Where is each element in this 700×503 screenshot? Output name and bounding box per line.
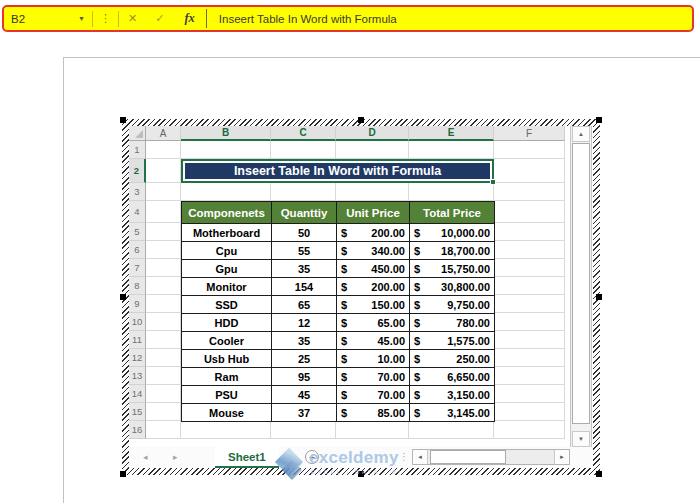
- component-cell[interactable]: Ram: [182, 368, 272, 386]
- resize-handle-bottom-left[interactable]: [120, 471, 126, 477]
- row-header-13[interactable]: 13: [129, 367, 146, 385]
- unit-price-cell[interactable]: $65.00: [337, 314, 410, 332]
- cell-F10[interactable]: [494, 313, 565, 331]
- column-header-E[interactable]: E: [409, 126, 494, 141]
- formula-input[interactable]: Inseert Table In Word with Formula: [219, 13, 397, 25]
- quantity-cell[interactable]: 35: [272, 260, 337, 278]
- unit-price-cell[interactable]: $200.00: [337, 224, 410, 242]
- cell-A2[interactable]: [146, 159, 181, 183]
- unit-price-cell[interactable]: $450.00: [337, 260, 410, 278]
- total-price-cell[interactable]: $250.00: [410, 350, 495, 368]
- component-cell[interactable]: Cooler: [182, 332, 272, 350]
- quantity-cell[interactable]: 50: [272, 224, 337, 242]
- chevron-down-icon[interactable]: ▼: [78, 15, 85, 22]
- cell-F8[interactable]: [494, 277, 565, 295]
- cell-F9[interactable]: [494, 295, 565, 313]
- quantity-cell[interactable]: 154: [272, 278, 337, 296]
- row-header-4[interactable]: 4: [129, 201, 146, 223]
- quantity-cell[interactable]: 25: [272, 350, 337, 368]
- column-header-C[interactable]: C: [271, 126, 336, 141]
- cell-A11[interactable]: [146, 331, 181, 349]
- cell-E1[interactable]: [409, 141, 494, 159]
- vertical-scroll-thumb[interactable]: [572, 143, 590, 424]
- enter-icon[interactable]: ✓: [155, 12, 164, 25]
- scroll-up-button[interactable]: ▲: [572, 126, 590, 142]
- row-header-8[interactable]: 8: [129, 277, 146, 295]
- new-sheet-button[interactable]: +: [305, 450, 319, 464]
- quantity-cell[interactable]: 65: [272, 296, 337, 314]
- total-price-cell[interactable]: $3,150.00: [410, 386, 495, 404]
- cell-F14[interactable]: [494, 385, 565, 403]
- column-header-F[interactable]: F: [494, 126, 565, 141]
- cell-A14[interactable]: [146, 385, 181, 403]
- row-header-16[interactable]: 16: [129, 421, 146, 439]
- total-price-cell[interactable]: $1,575.00: [410, 332, 495, 350]
- cell-A4[interactable]: [146, 201, 181, 223]
- column-header-A[interactable]: A: [146, 126, 181, 141]
- cell-F6[interactable]: [494, 241, 565, 259]
- horizontal-scroll-thumb[interactable]: [430, 450, 506, 464]
- insert-function-icon[interactable]: fx: [184, 11, 194, 26]
- unit-price-cell[interactable]: $45.00: [337, 332, 410, 350]
- total-price-cell[interactable]: $10,000.00: [410, 224, 495, 242]
- quantity-cell[interactable]: 12: [272, 314, 337, 332]
- scroll-left-button[interactable]: ◄: [413, 450, 428, 464]
- cell-F11[interactable]: [494, 331, 565, 349]
- resize-handle-bottom-right[interactable]: [596, 471, 602, 477]
- cell-C3[interactable]: [271, 183, 336, 201]
- merged-title-cell[interactable]: Inseert Table In Word with Formula: [181, 159, 494, 183]
- component-cell[interactable]: Motherboard: [182, 224, 272, 242]
- resize-handle-top-left[interactable]: [120, 117, 126, 123]
- resize-handle-middle-right[interactable]: [596, 294, 602, 300]
- row-header-7[interactable]: 7: [129, 259, 146, 277]
- cell-D3[interactable]: [336, 183, 409, 201]
- row-header-5[interactable]: 5: [129, 223, 146, 241]
- unit-price-cell[interactable]: $10.00: [337, 350, 410, 368]
- cell-A13[interactable]: [146, 367, 181, 385]
- total-price-cell[interactable]: $6,650.00: [410, 368, 495, 386]
- component-cell[interactable]: Usb Hub: [182, 350, 272, 368]
- cell-F2[interactable]: [494, 159, 565, 183]
- tab-scroll-right-icon[interactable]: ▸: [173, 452, 178, 462]
- cell-A3[interactable]: [146, 183, 181, 201]
- resize-handle-top-right[interactable]: [596, 117, 602, 123]
- row-header-1[interactable]: 1: [129, 141, 146, 159]
- horizontal-scrollbar[interactable]: ◄ ►: [412, 449, 570, 465]
- name-box[interactable]: B2 ▼: [4, 7, 92, 30]
- quantity-cell[interactable]: 95: [272, 368, 337, 386]
- quantity-cell[interactable]: 45: [272, 386, 337, 404]
- component-cell[interactable]: Gpu: [182, 260, 272, 278]
- row-header-10[interactable]: 10: [129, 313, 146, 331]
- total-price-cell[interactable]: $18,700.00: [410, 242, 495, 260]
- unit-price-cell[interactable]: $150.00: [337, 296, 410, 314]
- table-header-cell[interactable]: Total Price: [410, 202, 495, 224]
- cell-F15[interactable]: [494, 403, 565, 421]
- component-cell[interactable]: SSD: [182, 296, 272, 314]
- tab-scroll-left-icon[interactable]: ◂: [143, 452, 148, 462]
- scroll-down-button[interactable]: ▼: [572, 431, 590, 447]
- cell-B1[interactable]: [181, 141, 271, 159]
- quantity-cell[interactable]: 35: [272, 332, 337, 350]
- cancel-icon[interactable]: ✕: [128, 12, 137, 25]
- total-price-cell[interactable]: $30,800.00: [410, 278, 495, 296]
- cell-A15[interactable]: [146, 403, 181, 421]
- cell-F16[interactable]: [494, 421, 565, 439]
- cell-A10[interactable]: [146, 313, 181, 331]
- scroll-right-button[interactable]: ►: [554, 450, 569, 464]
- row-header-14[interactable]: 14: [129, 385, 146, 403]
- row-header-9[interactable]: 9: [129, 295, 146, 313]
- cell-C16[interactable]: [271, 421, 336, 439]
- embedded-excel-object[interactable]: ABCDEF 12345678910111213141516 Inseert T…: [122, 119, 600, 475]
- unit-price-cell[interactable]: $85.00: [337, 404, 410, 422]
- column-header-B[interactable]: B: [181, 126, 271, 141]
- cell-E3[interactable]: [409, 183, 494, 201]
- quantity-cell[interactable]: 55: [272, 242, 337, 260]
- unit-price-cell[interactable]: $200.00: [337, 278, 410, 296]
- fill-handle[interactable]: [490, 179, 496, 185]
- total-price-cell[interactable]: $3,145.00: [410, 404, 495, 422]
- cell-D16[interactable]: [336, 421, 409, 439]
- total-price-cell[interactable]: $780.00: [410, 314, 495, 332]
- cell-E16[interactable]: [409, 421, 494, 439]
- cell-B16[interactable]: [181, 421, 271, 439]
- cell-F4[interactable]: [494, 201, 565, 223]
